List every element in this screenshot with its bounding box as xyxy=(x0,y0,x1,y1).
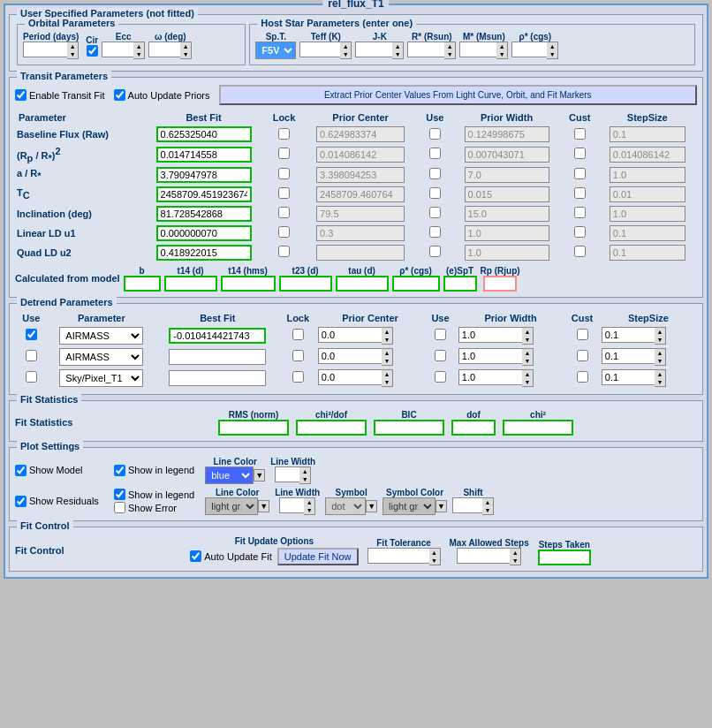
dpc-down[interactable]: ▼ xyxy=(382,357,392,365)
ecc-down[interactable]: ▼ xyxy=(133,50,144,58)
show-model-checkbox[interactable] xyxy=(15,465,27,476)
use-checkbox[interactable] xyxy=(429,226,441,238)
show-model-label[interactable]: Show Model xyxy=(15,465,103,476)
show-error-label[interactable]: Show Error xyxy=(114,502,194,513)
jk-down[interactable]: ▼ xyxy=(392,50,403,58)
prior-width-input[interactable] xyxy=(465,245,549,261)
detrend-lock-checkbox[interactable] xyxy=(292,371,304,383)
extract-btn[interactable]: Extract Prior Center Values From Light C… xyxy=(219,85,697,105)
dpc-down[interactable]: ▼ xyxy=(382,378,392,386)
ms-up[interactable]: ▲ xyxy=(510,549,520,557)
omega-down[interactable]: ▼ xyxy=(180,50,191,58)
show-model-legend-label[interactable]: Show in legend xyxy=(114,465,194,476)
detrend-bestfit-input[interactable] xyxy=(169,328,266,344)
stepsize-input[interactable] xyxy=(610,245,685,261)
dpc-down[interactable]: ▼ xyxy=(382,336,392,344)
t14hms-value[interactable]: 01:57:21 xyxy=(221,276,276,292)
tol-down[interactable]: ▼ xyxy=(429,557,440,565)
b-value[interactable]: 0.545 xyxy=(124,276,161,292)
dof-value[interactable]: 66 xyxy=(451,420,496,436)
dss-down[interactable]: ▼ xyxy=(655,378,665,386)
detrend-use-checkbox[interactable] xyxy=(26,371,37,383)
rlw-up[interactable]: ▲ xyxy=(304,498,314,506)
stepsize-input[interactable] xyxy=(610,126,685,142)
dpc-up[interactable]: ▲ xyxy=(382,370,392,378)
detrend-cust-checkbox[interactable] xyxy=(577,329,588,340)
dpc-up[interactable]: ▲ xyxy=(382,349,392,357)
rho-calc-value[interactable]: 1.0966 xyxy=(392,276,440,292)
ecc-input[interactable]: 0.00 xyxy=(102,42,133,57)
ms-down[interactable]: ▼ xyxy=(510,557,520,565)
detrend-cust-checkbox[interactable] xyxy=(577,350,588,361)
cust-checkbox[interactable] xyxy=(574,226,586,238)
use-checkbox[interactable] xyxy=(429,128,441,140)
mlw-up[interactable]: ▲ xyxy=(299,467,310,475)
period-down[interactable]: ▼ xyxy=(67,50,78,58)
use-checkbox[interactable] xyxy=(429,246,441,257)
bestfit-input[interactable] xyxy=(156,126,252,142)
lock-checkbox[interactable] xyxy=(278,148,290,159)
detrend-prior-width-input[interactable] xyxy=(458,348,522,364)
t14-value[interactable]: 0.081497 xyxy=(164,276,217,292)
cust-checkbox[interactable] xyxy=(574,148,586,159)
dss-up[interactable]: ▲ xyxy=(655,370,665,378)
cust-checkbox[interactable] xyxy=(574,168,586,179)
symbol-color-dropdown-btn[interactable]: ▼ xyxy=(436,500,447,512)
bestfit-input[interactable] xyxy=(156,167,252,183)
enable-transit-checkbox[interactable] xyxy=(15,89,27,101)
use-checkbox[interactable] xyxy=(429,207,441,218)
show-residuals-checkbox[interactable] xyxy=(15,496,27,507)
stepsize-input[interactable] xyxy=(610,186,685,202)
dpw-up[interactable]: ▲ xyxy=(522,370,533,378)
cust-checkbox[interactable] xyxy=(574,207,586,218)
detrend-use2-checkbox[interactable] xyxy=(435,329,446,340)
bestfit-input[interactable] xyxy=(156,206,252,222)
steps-taken-value[interactable]: 3414 xyxy=(538,550,591,565)
cust-checkbox[interactable] xyxy=(574,128,586,140)
show-res-legend-label[interactable]: Show in legend xyxy=(114,489,194,500)
cust-checkbox[interactable] xyxy=(574,187,586,199)
detrend-bestfit-input[interactable] xyxy=(169,370,266,386)
teff-down[interactable]: ▼ xyxy=(340,50,351,58)
cust-checkbox[interactable] xyxy=(574,246,586,257)
symbol-select[interactable]: dot xyxy=(325,497,366,515)
prior-width-input[interactable] xyxy=(465,206,549,222)
prior-center-input[interactable] xyxy=(316,245,405,261)
rp-value[interactable]: 1.42 xyxy=(483,276,517,292)
detrend-use2-checkbox[interactable] xyxy=(435,371,446,383)
t23-value[interactable]: 0.056969 xyxy=(279,276,332,292)
auto-update-fit-checkbox[interactable] xyxy=(190,550,201,562)
spt-select[interactable]: F5V xyxy=(255,42,296,59)
bestfit-input[interactable] xyxy=(156,147,252,163)
stepsize-input[interactable] xyxy=(610,167,685,183)
rho-up[interactable]: ▲ xyxy=(547,42,557,50)
jk-input[interactable]: 0.314 xyxy=(355,42,392,57)
dpc-up[interactable]: ▲ xyxy=(382,328,392,336)
tau-value[interactable]: 0.012264 xyxy=(336,276,389,292)
auto-update-priors-label[interactable]: Auto Update Priors xyxy=(114,89,210,101)
use-checkbox[interactable] xyxy=(429,148,441,159)
shift-input[interactable]: 0.0 xyxy=(452,497,482,513)
rsun-down[interactable]: ▼ xyxy=(444,50,455,58)
lock-checkbox[interactable] xyxy=(278,207,290,218)
dss-up[interactable]: ▲ xyxy=(655,328,665,336)
model-color-dropdown-btn[interactable]: ▼ xyxy=(254,469,265,482)
symbol-color-select[interactable]: light gr... xyxy=(383,497,436,515)
rms-value[interactable]: 0.008308 xyxy=(218,420,289,436)
chi2dof-value[interactable]: 1.407836 xyxy=(296,420,367,436)
prior-width-input[interactable] xyxy=(465,147,549,163)
auto-update-fit-label[interactable]: Auto Update Fit xyxy=(190,550,271,562)
dpw-up[interactable]: ▲ xyxy=(522,349,533,357)
dpw-down[interactable]: ▼ xyxy=(522,357,533,365)
bestfit-input[interactable] xyxy=(156,245,252,261)
dpw-up[interactable]: ▲ xyxy=(522,328,533,336)
teff-up[interactable]: ▲ xyxy=(340,42,351,50)
detrend-prior-width-input[interactable] xyxy=(458,327,522,343)
rho-down[interactable]: ▼ xyxy=(547,50,557,58)
stepsize-input[interactable] xyxy=(610,225,685,241)
detrend-prior-width-input[interactable] xyxy=(458,369,522,385)
rsun-up[interactable]: ▲ xyxy=(444,42,455,50)
show-residuals-label[interactable]: Show Residuals xyxy=(15,496,103,507)
prior-center-input[interactable] xyxy=(316,147,405,163)
msun-up[interactable]: ▲ xyxy=(496,42,507,50)
